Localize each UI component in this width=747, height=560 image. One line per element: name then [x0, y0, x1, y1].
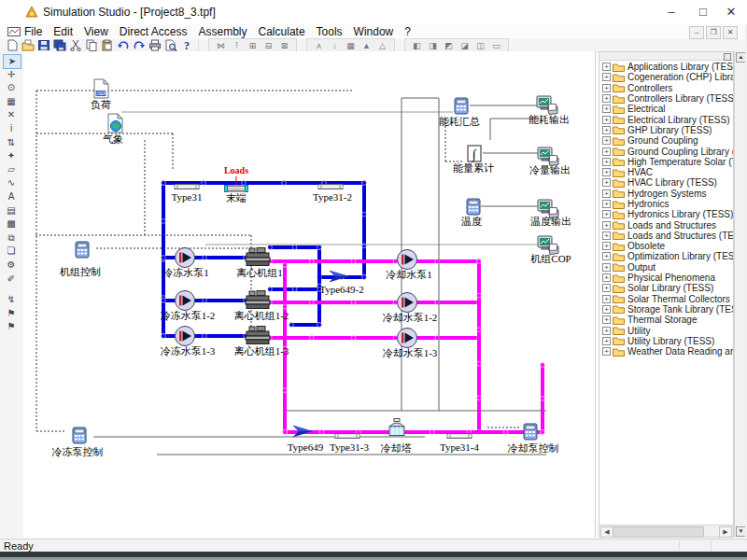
expand-icon[interactable]: +: [602, 73, 611, 81]
library-item-cogeneration-chp-library-tess[interactable]: +Cogeneration (CHP) Library (TESS): [599, 72, 733, 82]
landscape-icon[interactable]: △: [375, 40, 389, 51]
library-item-loads-and-structures[interactable]: +Loads and Structures: [599, 219, 733, 230]
library-panel-close-icon[interactable]: [724, 53, 731, 61]
assembly-tree-icon[interactable]: ⋏: [312, 40, 326, 51]
library-item-physical-phenomena[interactable]: +Physical Phenomena: [599, 273, 733, 283]
expand-icon[interactable]: +: [602, 105, 611, 113]
help-icon[interactable]: ?: [179, 40, 193, 51]
align-bottom-icon[interactable]: ⊟: [261, 40, 275, 51]
expand-icon[interactable]: +: [602, 252, 611, 260]
pan-hand-icon[interactable]: ✛: [3, 68, 20, 81]
pen-icon[interactable]: ✐: [3, 273, 20, 286]
expand-icon[interactable]: +: [602, 136, 611, 145]
library-item-hydronics[interactable]: +Hydronics: [599, 199, 733, 209]
image-tool-icon[interactable]: ▦: [3, 95, 20, 108]
delete-icon[interactable]: ✕: [3, 108, 20, 121]
library-item-solar-thermal-collectors[interactable]: +Solar Thermal Collectors: [599, 294, 733, 304]
expand-icon[interactable]: +: [602, 210, 611, 218]
paste-icon[interactable]: [100, 40, 114, 51]
library-item-utility-library-tess[interactable]: +Utility Library (TESS): [599, 336, 733, 346]
expand-icon[interactable]: +: [602, 347, 611, 356]
align-grid-icon[interactable]: ⊞: [246, 40, 260, 51]
library-item-optimization-library-tess[interactable]: +Optimization Library (TESS): [599, 251, 733, 261]
library-item-output[interactable]: +Output: [599, 262, 733, 273]
open-folder-icon[interactable]: [21, 40, 35, 51]
stamp-icon[interactable]: ▱: [3, 163, 20, 176]
flag-output-icon[interactable]: ⚑: [3, 307, 20, 320]
bottom-icon[interactable]: ◪: [458, 40, 472, 51]
print-preview-icon[interactable]: [163, 40, 177, 51]
expand-icon[interactable]: +: [602, 126, 611, 134]
redo-icon[interactable]: [132, 40, 146, 51]
mdi-restore-button[interactable]: ❐: [706, 26, 721, 39]
menu--[interactable]: ?: [399, 24, 416, 39]
select-pointer-icon[interactable]: ➤: [3, 54, 21, 69]
scroll-right-icon[interactable]: ▶: [719, 526, 732, 538]
layers-icon[interactable]: ⧉: [3, 231, 20, 245]
expand-icon[interactable]: +: [602, 337, 611, 345]
library-item-storage-tank-library-tess[interactable]: +Storage Tank Library (TESS): [599, 304, 733, 315]
info-icon[interactable]: i: [3, 122, 20, 135]
library-item-utility[interactable]: +Utility: [599, 325, 733, 335]
frame-icon[interactable]: ▭: [489, 40, 503, 51]
menu-tools[interactable]: Tools: [311, 24, 348, 39]
library-item-hvac-library-tess[interactable]: +HVAC Library (TESS): [599, 177, 733, 188]
expand-icon[interactable]: +: [602, 84, 611, 92]
menu-edit[interactable]: Edit: [48, 24, 78, 39]
direct-link-icon[interactable]: ⇅: [3, 136, 20, 149]
component-type649[interactable]: [291, 423, 314, 443]
insert-down-icon[interactable]: ↓: [328, 40, 342, 51]
align-center-icon[interactable]: ⊺: [230, 40, 244, 51]
align-left-icon[interactable]: ⋈: [214, 40, 228, 51]
expand-icon[interactable]: +: [602, 273, 611, 282]
scroll-left-icon[interactable]: ◀: [600, 526, 613, 538]
library-item-ground-coupling[interactable]: +Ground Coupling: [599, 135, 733, 146]
library-item-ghp-library-tess[interactable]: +GHP Library (TESS): [599, 125, 733, 135]
expand-icon[interactable]: +: [602, 263, 611, 272]
menu-direct-access[interactable]: Direct Access: [114, 24, 193, 39]
save-icon[interactable]: [36, 40, 50, 51]
text-tool-icon[interactable]: A: [3, 190, 20, 203]
expand-icon[interactable]: +: [602, 147, 611, 156]
run-icon[interactable]: ↯: [3, 293, 20, 306]
hscroll-thumb[interactable]: [613, 526, 704, 538]
component-cooling-tower[interactable]: [387, 418, 407, 441]
duplicate-icon[interactable]: ❏: [3, 245, 20, 258]
library-item-electrical[interactable]: +Electrical: [599, 104, 733, 114]
library-item-hvac[interactable]: +HVAC: [599, 167, 733, 177]
parameter-table-icon[interactable]: ▦: [344, 40, 358, 51]
plot-icon[interactable]: ▲: [359, 40, 374, 51]
undo-icon[interactable]: [116, 40, 130, 51]
library-item-solar-library-tess[interactable]: +Solar Library (TESS): [599, 283, 733, 293]
library-item-ground-coupling-library-tess[interactable]: +Ground Coupling Library (TESS): [599, 146, 733, 156]
diamond-icon[interactable]: ◫: [473, 40, 487, 51]
expand-icon[interactable]: +: [602, 305, 611, 314]
library-hscrollbar[interactable]: ◀ ▶: [599, 525, 733, 537]
expand-icon[interactable]: +: [602, 189, 611, 198]
expand-icon[interactable]: +: [602, 94, 611, 103]
expand-icon[interactable]: +: [602, 242, 611, 250]
expand-icon[interactable]: +: [602, 178, 611, 187]
wrench-icon[interactable]: ✦: [3, 149, 20, 162]
expand-icon[interactable]: +: [602, 284, 611, 292]
library-item-hydrogen-systems[interactable]: +Hydrogen Systems: [599, 189, 733, 199]
expand-icon[interactable]: +: [602, 327, 611, 335]
expand-icon[interactable]: +: [602, 63, 611, 71]
close-button[interactable]: ✕: [715, 0, 747, 24]
distribute-icon[interactable]: ⊠: [277, 40, 291, 51]
maximize-button[interactable]: □: [687, 0, 719, 24]
split-left-icon[interactable]: ◧: [410, 40, 424, 51]
menu-assembly[interactable]: Assembly: [193, 24, 253, 39]
library-item-high-temperature-solar-tess[interactable]: +High Temperature Solar (TESS): [599, 157, 733, 167]
print-icon[interactable]: [148, 40, 162, 51]
grid-large-icon[interactable]: ▩: [3, 217, 20, 231]
flag-plot-icon[interactable]: ⚑: [3, 320, 20, 333]
library-item-electrical-library-tess[interactable]: +Electrical Library (TESS): [599, 114, 733, 124]
library-item-weather-data-reading-and-process[interactable]: +Weather Data Reading and Process: [599, 346, 733, 357]
expand-icon[interactable]: +: [602, 221, 611, 230]
save-all-icon[interactable]: [52, 40, 66, 51]
menu-window[interactable]: Window: [348, 24, 400, 39]
menu-calculate[interactable]: Calculate: [253, 24, 311, 39]
new-file-icon[interactable]: [5, 40, 19, 51]
expand-icon[interactable]: +: [602, 200, 611, 208]
